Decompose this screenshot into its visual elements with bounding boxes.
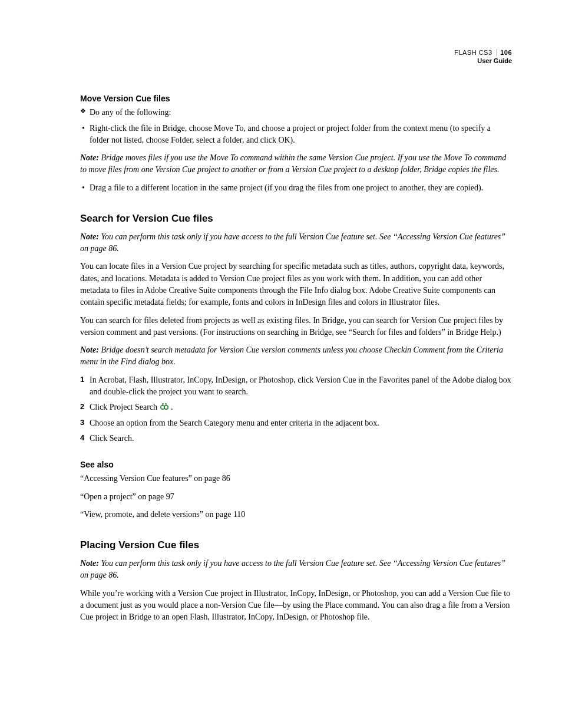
link-accessing-features[interactable]: “Accessing Version Cue features” on page…: [80, 473, 512, 485]
bullet-drag-file: Drag a file to a different location in t…: [80, 182, 512, 194]
step-4: 4 Click Search.: [80, 433, 512, 444]
step-3: 3 Choose an option from the Search Categ…: [80, 417, 512, 429]
lead-instruction: Do any of the following:: [80, 107, 512, 118]
link-open-project[interactable]: “Open a project” on page 97: [80, 491, 512, 503]
heading-move-files: Move Version Cue files: [80, 93, 512, 104]
step-number: 1: [80, 374, 84, 386]
para-locate-files: You can locate files in a Version Cue pr…: [80, 261, 512, 308]
note-bridge-search: Note: Bridge doesn’t search metadata for…: [80, 344, 512, 368]
link-view-versions[interactable]: “View, promote, and delete versions” on …: [80, 509, 512, 521]
page-number: 106: [497, 49, 512, 56]
step-text-after: .: [169, 403, 173, 411]
note-search-access: Note: You can perform this task only if …: [80, 231, 512, 255]
heading-placing: Placing Version Cue files: [80, 538, 512, 553]
step-text: Choose an option from the Search Categor…: [90, 419, 379, 427]
note-placing-access: Note: You can perform this task only if …: [80, 558, 512, 582]
step-text: In Acrobat, Flash, Illustrator, InCopy, …: [90, 375, 511, 396]
note-text: You can perform this task only if you ha…: [80, 559, 505, 579]
heading-see-also: See also: [80, 459, 512, 470]
page-header: FLASH CS3 106 User Guide: [454, 48, 512, 65]
note-label: Note:: [80, 345, 99, 354]
note-text: Bridge moves files if you use the Move T…: [80, 153, 506, 174]
product-name: FLASH CS3: [454, 49, 492, 56]
step-text: Click Search.: [90, 434, 134, 443]
step-1: 1 In Acrobat, Flash, Illustrator, InCopy…: [80, 374, 512, 398]
para-placing: While you’re working with a Version Cue …: [80, 588, 512, 624]
step-number: 4: [80, 433, 84, 444]
step-2: 2 Click Project Search .: [80, 401, 512, 413]
para-search-deleted: You can search for files deleted from pr…: [80, 315, 512, 339]
heading-search: Search for Version Cue files: [80, 212, 512, 226]
note-label: Note:: [80, 153, 99, 162]
step-number: 2: [80, 401, 84, 413]
note-text: You can perform this task only if you ha…: [80, 232, 505, 253]
guide-name: User Guide: [454, 57, 512, 65]
step-number: 3: [80, 417, 84, 429]
note-move-behavior: Note: Bridge moves files if you use the …: [80, 152, 512, 176]
note-label: Note:: [80, 232, 99, 241]
bullet-right-click: Right-click the file in Bridge, choose M…: [80, 123, 512, 147]
note-text: Bridge doesn’t search metadata for Versi…: [80, 345, 503, 366]
binoculars-icon: [160, 403, 169, 411]
step-text-before: Click Project Search: [90, 403, 160, 411]
note-label: Note:: [80, 559, 99, 568]
